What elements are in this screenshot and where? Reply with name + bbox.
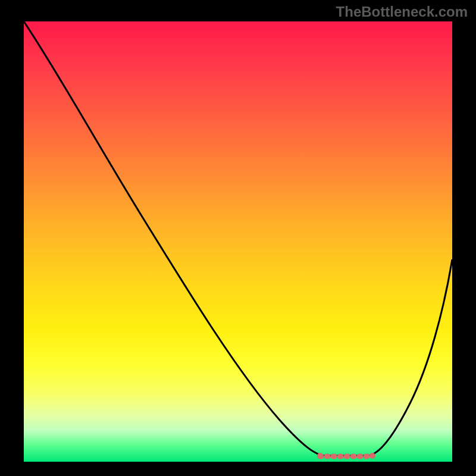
optimal-range-start-dot — [317, 453, 323, 459]
optimal-range-end-dot — [369, 453, 375, 459]
watermark-text: TheBottleneck.com — [336, 4, 468, 20]
chart-curve-svg — [24, 21, 452, 462]
chart-plot-area — [24, 21, 452, 462]
bottleneck-curve-path — [24, 21, 452, 456]
